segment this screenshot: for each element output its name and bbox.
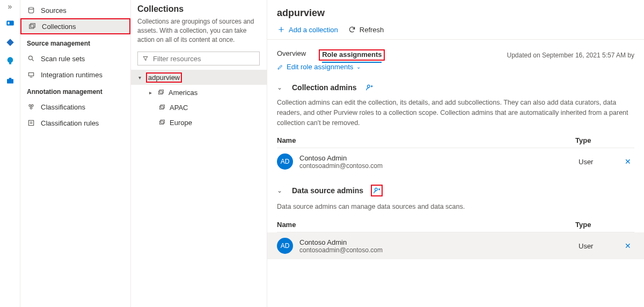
section-title: Data source admins <box>292 186 363 195</box>
tree-node-root[interactable]: ▾ adpurview <box>131 70 267 85</box>
tree-collapse-icon[interactable]: ▾ <box>136 75 143 81</box>
svg-rect-18 <box>160 106 164 109</box>
collection-icon <box>157 89 165 96</box>
svg-point-14 <box>30 107 32 109</box>
svg-point-12 <box>29 105 31 107</box>
svg-rect-5 <box>7 79 13 83</box>
sidebar-item-collections[interactable]: Collections <box>20 18 130 34</box>
section-description: Collection admins can edit the collectio… <box>277 98 634 128</box>
tab-overview[interactable]: Overview <box>277 49 306 61</box>
scan-icon <box>27 55 35 62</box>
collection-icon <box>158 104 166 111</box>
add-collection-button[interactable]: Add a collection <box>277 25 338 34</box>
avatar: AD <box>277 238 293 254</box>
svg-point-7 <box>28 8 33 10</box>
column-name: Name <box>277 136 575 144</box>
svg-rect-0 <box>6 21 14 26</box>
sidebar-item-label: Integration runtimes <box>41 71 103 79</box>
svg-point-3 <box>7 57 13 63</box>
pencil-icon <box>277 64 283 70</box>
panel-title: Collections <box>137 4 260 14</box>
svg-rect-21 <box>161 120 165 123</box>
svg-rect-9 <box>31 24 35 27</box>
svg-point-10 <box>28 56 32 60</box>
svg-marker-2 <box>6 39 14 46</box>
person-email: contosoadmin@contoso.com <box>299 162 579 170</box>
svg-rect-20 <box>160 121 164 125</box>
svg-rect-16 <box>159 91 163 94</box>
rail-management-icon[interactable] <box>3 74 17 88</box>
page-title: adpurview <box>277 8 634 19</box>
remove-button[interactable]: ✕ <box>621 242 634 250</box>
tree-node-europe[interactable]: Europe <box>131 115 267 130</box>
sidebar-item-integration-runtimes[interactable]: Integration runtimes <box>20 67 130 83</box>
edit-role-assignments-button[interactable]: Edit role assignments ⌄ <box>277 63 634 71</box>
main-content: adpurview Add a collection Refresh Overv… <box>267 0 644 307</box>
sidebar-heading-annotation-mgmt: Annotation management <box>20 83 130 99</box>
add-person-button[interactable] <box>371 185 383 196</box>
tree-node-americas[interactable]: ▸ Americas <box>131 85 267 100</box>
section-collection-admins: ⌄ Collection admins Collection admins ca… <box>267 76 644 178</box>
svg-rect-6 <box>9 78 11 79</box>
svg-point-13 <box>32 105 34 107</box>
tree-node-label: Europe <box>170 119 192 127</box>
svg-point-22 <box>367 85 370 87</box>
filter-icon <box>142 55 149 62</box>
column-type: Type <box>575 221 634 229</box>
svg-rect-17 <box>160 90 164 93</box>
tree-node-label: adpurview <box>148 74 180 82</box>
chevron-down-icon[interactable]: ⌄ <box>277 84 284 91</box>
tree-expand-icon[interactable]: ▸ <box>147 90 153 96</box>
svg-rect-8 <box>30 25 34 28</box>
tree-node-label: APAC <box>170 104 188 112</box>
add-person-button[interactable] <box>364 83 374 92</box>
sidebar: Sources Collections Source management Sc… <box>20 0 131 307</box>
sidebar-item-label: Collections <box>42 23 76 31</box>
sidebar-item-classifications[interactable]: Classifications <box>20 99 130 115</box>
button-label: Refresh <box>360 26 384 34</box>
svg-rect-4 <box>9 62 11 64</box>
person-name: Contoso Admin <box>299 154 579 162</box>
rail-catalog-icon[interactable] <box>3 35 17 49</box>
svg-rect-11 <box>28 73 33 76</box>
section-title: Collection admins <box>292 83 357 92</box>
classification-rules-icon <box>27 119 35 127</box>
rail-data-map-icon[interactable] <box>3 16 17 30</box>
sidebar-item-label: Classifications <box>41 103 85 111</box>
rail-expand-button[interactable]: » <box>8 2 12 11</box>
refresh-button[interactable]: Refresh <box>348 25 384 34</box>
plus-icon <box>277 25 286 34</box>
remove-button[interactable]: ✕ <box>621 157 634 166</box>
sidebar-heading-source-mgmt: Source management <box>20 34 130 50</box>
chevron-down-icon: ⌄ <box>356 64 361 70</box>
svg-rect-1 <box>8 22 9 25</box>
runtime-icon <box>27 71 35 78</box>
sidebar-item-classification-rules[interactable]: Classification rules <box>20 115 130 131</box>
person-type: User <box>579 242 621 250</box>
sidebar-item-label: Scan rule sets <box>41 55 85 63</box>
edit-label: Edit role assignments <box>287 63 353 71</box>
chevron-down-icon[interactable]: ⌄ <box>277 187 284 194</box>
sidebar-item-sources[interactable]: Sources <box>20 2 130 18</box>
tree-node-label: Americas <box>169 89 197 97</box>
person-name: Contoso Admin <box>299 238 579 246</box>
filter-resources-input[interactable] <box>137 52 260 65</box>
filter-input-field[interactable] <box>153 55 255 63</box>
sources-icon <box>27 6 35 14</box>
sidebar-item-label: Classification rules <box>41 119 99 127</box>
panel-subtitle: Collections are groupings of sources and… <box>137 17 260 44</box>
collections-tree-panel: Collections Collections are groupings of… <box>131 0 267 307</box>
rail-insights-icon[interactable] <box>3 55 17 69</box>
section-data-source-admins: ⌄ Data source admins Data source admins … <box>267 178 644 262</box>
collections-icon <box>28 23 36 30</box>
person-type: User <box>579 158 621 166</box>
avatar: AD <box>277 154 293 170</box>
column-name: Name <box>277 221 575 229</box>
sidebar-item-scan-rule-sets[interactable]: Scan rule sets <box>20 50 130 67</box>
table-row: AD Contoso Admin contosoadmin@contoso.co… <box>267 232 644 259</box>
column-type: Type <box>575 136 634 144</box>
svg-point-23 <box>375 188 378 191</box>
refresh-icon <box>348 25 356 34</box>
tree-node-apac[interactable]: APAC <box>131 100 267 115</box>
button-label: Add a collection <box>289 26 338 34</box>
